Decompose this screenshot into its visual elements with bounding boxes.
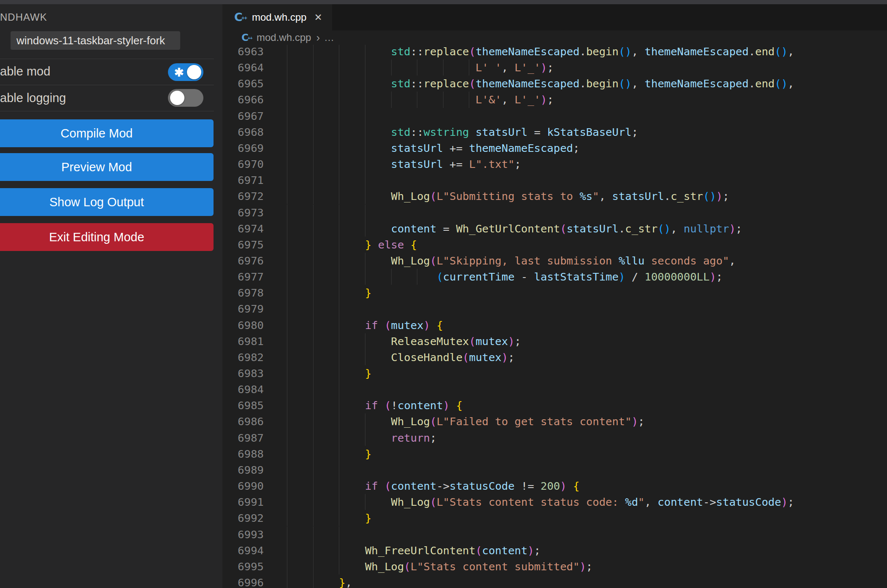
line-number[interactable]: 6989 [222,462,264,478]
code-line[interactable]: 6968 std::wstring statsUrl = kStatsBaseU… [222,124,887,140]
mod-name-box[interactable]: windows-11-taskbar-styler-fork [11,31,180,50]
code-text[interactable]: L' ', L'_'); [287,59,554,76]
enable-mod-toggle[interactable]: ✱ [168,63,203,81]
code-line[interactable]: 6970 statsUrl += L".txt"; [222,156,887,172]
line-number[interactable]: 6992 [222,510,264,526]
code-line[interactable]: 6985 if (!content) { [222,397,887,413]
line-number[interactable]: 6983 [222,365,264,381]
code-line[interactable]: 6990 if (content->statusCode != 200) { [222,478,887,494]
code-text[interactable]: return; [287,430,436,446]
code-line[interactable]: 6987 return; [222,430,887,446]
code-text[interactable]: } [287,446,371,462]
line-number[interactable]: 6964 [222,59,264,76]
code-text[interactable]: }, [287,575,352,588]
code-line[interactable]: 6996 }, [222,575,887,588]
code-text[interactable]: if (content->statusCode != 200) { [287,478,580,494]
code-line[interactable]: 6966 L'&', L'_'); [222,92,887,108]
code-line[interactable]: 6983 } [222,365,887,381]
code-text[interactable]: CloseHandle(mutex); [287,349,514,365]
code-line[interactable]: 6995 Wh_Log(L"Stats content submitted"); [222,558,887,575]
enable-logging-toggle[interactable] [168,89,203,107]
code-line[interactable]: 6974 content = Wh_GetUrlContent(statsUrl… [222,221,887,237]
line-number[interactable]: 6993 [222,526,264,542]
line-number[interactable]: 6977 [222,269,264,285]
line-number[interactable]: 6986 [222,413,264,429]
line-number[interactable]: 6970 [222,156,264,172]
line-number[interactable]: 6982 [222,349,264,365]
code-line[interactable]: 6965 std::replace(themeNameEscaped.begin… [222,76,887,92]
code-line[interactable]: 6991 Wh_Log(L"Stats content status code:… [222,494,887,510]
line-number[interactable]: 6969 [222,140,264,156]
code-text[interactable]: } [287,285,371,301]
line-number[interactable]: 6965 [222,76,264,92]
code-text[interactable]: if (!content) { [287,397,462,413]
line-number[interactable]: 6995 [222,558,264,575]
code-text[interactable]: Wh_FreeUrlContent(content); [287,542,541,558]
code-text[interactable]: Wh_Log(L"Stats content status code: %d",… [287,494,794,510]
code-text[interactable]: (currentTime - lastStatsTime) / 10000000… [287,269,722,285]
code-line[interactable]: 6972 Wh_Log(L"Submitting stats to %s", s… [222,188,887,204]
code-text[interactable]: std::replace(themeNameEscaped.begin(), t… [287,76,794,92]
code-line[interactable]: 6976 Wh_Log(L"Skipping, last submission … [222,253,887,269]
code-text[interactable]: ReleaseMutex(mutex); [287,333,521,349]
code-text[interactable]: Wh_Log(L"Failed to get stats content"); [287,413,645,429]
code-line[interactable]: 6992 } [222,510,887,526]
code-line[interactable]: 6980 if (mutex) { [222,317,887,333]
line-number[interactable]: 6963 [222,43,264,59]
breadcrumb-file[interactable]: mod.wh.cpp [257,32,311,43]
code-text[interactable]: statsUrl += L".txt"; [287,156,521,172]
breadcrumb-ellipsis[interactable]: … [324,32,334,43]
line-number[interactable]: 6991 [222,494,264,510]
line-number[interactable]: 6968 [222,124,264,140]
line-number[interactable]: 6985 [222,397,264,413]
code-line[interactable]: 6994 Wh_FreeUrlContent(content); [222,542,887,558]
code-line[interactable]: 6989 [222,462,887,478]
code-line[interactable]: 6993 [222,526,887,542]
line-number[interactable]: 6972 [222,188,264,204]
compile-mod-button[interactable]: Compile Mod [0,119,214,147]
line-number[interactable]: 6967 [222,108,264,124]
line-number[interactable]: 6996 [222,575,264,588]
line-number[interactable]: 6976 [222,253,264,269]
code-text[interactable]: L'&', L'_'); [287,92,554,108]
code-line[interactable]: 6979 [222,301,887,317]
line-number[interactable]: 6990 [222,478,264,494]
line-number[interactable]: 6984 [222,381,264,397]
line-number[interactable]: 6971 [222,172,264,188]
show-log-output-button[interactable]: Show Log Output [0,188,214,216]
line-number[interactable]: 6987 [222,430,264,446]
code-line[interactable]: 6964 L' ', L'_'); [222,59,887,76]
exit-editing-mode-button[interactable]: Exit Editing Mode [0,223,214,251]
code-line[interactable]: 6969 statsUrl += themeNameEscaped; [222,140,887,156]
code-text[interactable]: Wh_Log(L"Skipping, last submission %llu … [287,253,736,269]
code-text[interactable]: } else { [287,237,417,253]
line-number[interactable]: 6974 [222,221,264,237]
code-line[interactable]: 6981 ReleaseMutex(mutex); [222,333,887,349]
code-line[interactable]: 6967 [222,108,887,124]
line-number[interactable]: 6980 [222,317,264,333]
code-line[interactable]: 6978 } [222,285,887,301]
preview-mod-button[interactable]: Preview Mod [0,153,214,181]
code-line[interactable]: 6975 } else { [222,237,887,253]
code-text[interactable]: Wh_Log(L"Submitting stats to %s", statsU… [287,188,729,204]
code-text[interactable]: } [287,510,371,526]
code-text[interactable]: statsUrl += themeNameEscaped; [287,140,579,156]
line-number[interactable]: 6978 [222,285,264,301]
code-text[interactable]: std::wstring statsUrl = kStatsBaseUrl; [287,124,638,140]
code-text[interactable]: std::replace(themeNameEscaped.begin(), t… [287,43,794,59]
line-number[interactable]: 6975 [222,237,264,253]
code-line[interactable]: 6988 } [222,446,887,462]
code-line[interactable]: 6973 [222,205,887,221]
code-line[interactable]: 6984 [222,381,887,397]
code-line[interactable]: 6982 CloseHandle(mutex); [222,349,887,365]
line-number[interactable]: 6979 [222,301,264,317]
line-number[interactable]: 6988 [222,446,264,462]
code-line[interactable]: 6977 (currentTime - lastStatsTime) / 100… [222,269,887,285]
code-line[interactable]: 6986 Wh_Log(L"Failed to get stats conten… [222,413,887,429]
code-text[interactable]: } [287,365,371,381]
line-number[interactable]: 6994 [222,542,264,558]
code-text[interactable]: Wh_Log(L"Stats content submitted"); [287,558,592,575]
code-text[interactable]: if (mutex) { [287,317,443,333]
code-line[interactable]: 6971 [222,172,887,188]
tab-mod-wh-cpp[interactable]: C++ mod.wh.cpp ✕ [222,4,332,30]
